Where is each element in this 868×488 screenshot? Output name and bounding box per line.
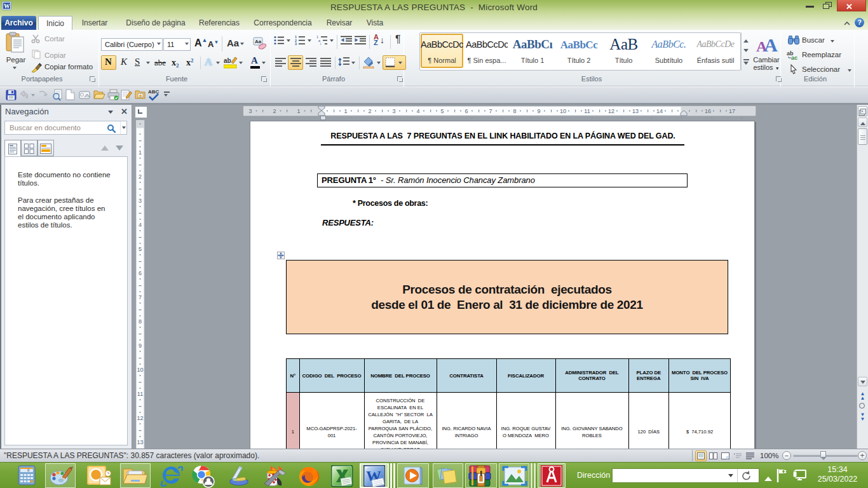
svg-text:7: 7 xyxy=(489,108,492,114)
svg-text:2: 2 xyxy=(273,108,276,114)
svg-text:5: 5 xyxy=(440,108,444,114)
svg-text:ac: ac xyxy=(791,55,797,60)
svg-text:12: 12 xyxy=(137,415,143,421)
svg-text:10: 10 xyxy=(137,367,143,373)
svg-text:12: 12 xyxy=(608,108,614,114)
svg-text:3: 3 xyxy=(295,42,297,45)
svg-text:1: 1 xyxy=(297,108,300,114)
svg-text:7: 7 xyxy=(139,294,142,301)
svg-text:3: 3 xyxy=(139,198,142,204)
svg-text:6: 6 xyxy=(465,108,468,114)
svg-text:10: 10 xyxy=(560,108,566,114)
svg-text:6: 6 xyxy=(139,270,142,276)
svg-text:14: 14 xyxy=(656,108,663,114)
svg-text:16: 16 xyxy=(705,108,711,114)
svg-text:i: i xyxy=(320,42,321,45)
svg-text:8: 8 xyxy=(139,318,142,325)
svg-text:9: 9 xyxy=(139,342,142,349)
svg-text:5: 5 xyxy=(139,246,142,252)
svg-text:1: 1 xyxy=(344,108,347,114)
svg-text:1: 1 xyxy=(139,149,142,156)
svg-text:9: 9 xyxy=(537,108,540,114)
svg-text:8: 8 xyxy=(513,108,516,114)
svg-text:3: 3 xyxy=(392,108,395,114)
svg-text:W: W xyxy=(4,3,10,10)
svg-text:ab: ab xyxy=(224,57,231,64)
svg-text:4: 4 xyxy=(416,108,419,114)
svg-text:11: 11 xyxy=(584,108,590,114)
svg-text:2: 2 xyxy=(368,108,371,114)
svg-text:4: 4 xyxy=(139,222,142,228)
svg-text:3: 3 xyxy=(248,108,252,114)
svg-text:17: 17 xyxy=(729,108,735,114)
svg-text:2: 2 xyxy=(139,173,142,180)
svg-text:13: 13 xyxy=(137,439,143,445)
svg-text:Aa: Aa xyxy=(255,39,262,44)
svg-text:13: 13 xyxy=(632,108,639,114)
svg-text:11: 11 xyxy=(137,391,143,397)
